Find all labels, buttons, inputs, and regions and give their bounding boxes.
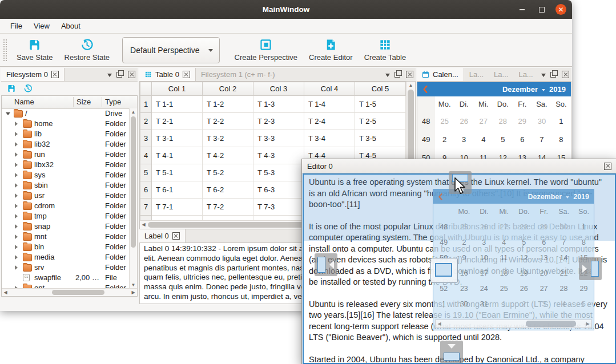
tree-row-usr[interactable]: usrFolder [2, 191, 129, 201]
maximize-button[interactable] [536, 4, 547, 15]
expander-collapsed-icon[interactable] [15, 193, 18, 198]
calendar-day[interactable]: 24 [474, 285, 494, 293]
tree-row-tmp[interactable]: tmpFolder [2, 211, 129, 221]
previous-month-icon[interactable] [422, 86, 428, 93]
calendar-day[interactable]: 29 [513, 117, 532, 126]
table-cell[interactable]: T 4-1 [152, 147, 203, 164]
calendar-day[interactable]: 10 [474, 254, 494, 262]
menu-file[interactable]: File [5, 20, 28, 32]
calendar-day[interactable]: 28 [493, 117, 513, 126]
panel-float-icon[interactable] [394, 72, 400, 78]
row-header[interactable]: 6 [140, 181, 152, 199]
year-select[interactable]: 2019 [549, 85, 566, 94]
tab-filesystem-0[interactable]: Filesystem 0 [1, 68, 65, 81]
expander-open-icon[interactable] [6, 112, 10, 115]
tab-label-0[interactable]: Label 0 [139, 229, 186, 242]
table-cell[interactable]: T 6-3 [253, 181, 304, 199]
table-cell[interactable]: T 1-1 [152, 96, 203, 113]
tree-row-run[interactable]: runFolder [2, 149, 129, 160]
panel-menu-icon[interactable] [541, 74, 546, 79]
tab-filesystem-1[interactable]: Filesystem 1 (c+ m- f-) [196, 68, 280, 81]
calendar-day[interactable]: 3 [534, 300, 554, 308]
table-cell[interactable]: T 3-5 [355, 130, 405, 147]
expander-collapsed-icon[interactable] [15, 204, 18, 208]
table-cell[interactable]: T 5-1 [152, 164, 203, 181]
panel-menu-icon[interactable] [385, 74, 390, 79]
expander-collapsed-icon[interactable] [15, 183, 18, 188]
expander-collapsed-icon[interactable] [15, 173, 18, 177]
tree-row-libx32[interactable]: libx32Folder [2, 160, 129, 170]
calendar-day[interactable]: 21 [554, 269, 574, 277]
table-cell[interactable]: T 1-5 [355, 96, 405, 113]
calendar-day[interactable]: 28 [514, 223, 534, 231]
tab-label-3[interactable]: La... [513, 68, 538, 81]
tree-row-media[interactable]: mediaFolder [2, 252, 129, 262]
save-icon[interactable] [7, 84, 16, 93]
menu-about[interactable]: About [55, 20, 86, 32]
table-cell[interactable]: T 7-1 [152, 199, 203, 216]
calendar-day[interactable]: 23 [454, 285, 474, 293]
expander-collapsed-icon[interactable] [15, 122, 18, 126]
calendar-day[interactable]: 26 [454, 117, 474, 126]
tree-row-cdrom[interactable]: cdromFolder [2, 201, 129, 211]
table-cell[interactable]: T 7-3 [253, 199, 304, 216]
perspective-select[interactable]: Default Perspective [122, 37, 219, 63]
calendar-day[interactable]: 25 [454, 223, 474, 231]
scroll-left-icon[interactable]: ◀ [2, 289, 9, 296]
editor-close-icon[interactable] [604, 163, 611, 170]
calendar-day[interactable]: 6 [534, 238, 554, 246]
table-cell[interactable]: T 3-4 [304, 130, 355, 147]
table-cell[interactable]: T 5-2 [203, 164, 253, 181]
panel-menu-icon[interactable] [107, 74, 112, 79]
menu-view[interactable]: View [28, 20, 55, 32]
calendar-day[interactable]: 5 [514, 238, 534, 246]
calendar-day[interactable]: 27 [534, 285, 554, 293]
calendar-day[interactable]: 17 [474, 269, 494, 277]
horizontal-scrollbar[interactable]: ◀ ▶ [2, 288, 137, 296]
toolbar-drag-handle[interactable] [3, 39, 7, 62]
panel-float-icon[interactable] [116, 72, 122, 78]
panel-close-icon[interactable] [406, 71, 413, 78]
tab-calendar[interactable]: Calen... [417, 68, 464, 81]
row-header[interactable]: 1 [140, 96, 152, 113]
table-cell[interactable]: T 8-3 [253, 216, 304, 221]
row-header[interactable]: 7 [140, 199, 152, 216]
table-cell[interactable]: T 4-2 [203, 147, 253, 164]
calendar-day[interactable]: 27 [474, 117, 493, 126]
calendar-day[interactable]: 11 [494, 254, 514, 262]
scroll-up-icon[interactable]: ▲ [406, 82, 415, 89]
calendar-day[interactable]: 3 [474, 238, 494, 246]
expander-collapsed-icon[interactable] [15, 265, 18, 270]
calendar-day[interactable]: 2 [435, 135, 454, 144]
calendar-day[interactable]: 27 [494, 223, 514, 231]
tree-row-root[interactable]: /Drive [2, 108, 129, 119]
calendar-day[interactable]: 30 [532, 117, 551, 126]
table-cell[interactable]: T 1-4 [304, 96, 355, 113]
calendar-day[interactable]: 2 [454, 238, 474, 246]
save-state-button[interactable]: Save State [11, 37, 59, 63]
calendar-day[interactable]: 30 [454, 300, 474, 308]
history-icon[interactable] [23, 84, 33, 93]
tree-row-home[interactable]: homeFolder [2, 119, 129, 129]
tab-close-icon[interactable] [172, 232, 180, 240]
row-header[interactable]: 5 [140, 164, 152, 181]
expander-collapsed-icon[interactable] [15, 245, 18, 249]
calendar-day[interactable]: 1 [494, 300, 514, 308]
scrollbar-thumb[interactable] [52, 290, 104, 295]
calendar-day[interactable]: 4 [494, 238, 514, 246]
column-header[interactable]: Col 4 [304, 82, 355, 96]
tab-close-icon[interactable] [183, 71, 190, 78]
row-header[interactable]: 4 [140, 147, 152, 164]
calendar-day[interactable]: 25 [435, 117, 454, 126]
calendar-day[interactable]: 2 [514, 300, 534, 308]
panel-close-icon[interactable] [562, 71, 569, 78]
column-name[interactable]: Name [14, 98, 34, 106]
calendar-day[interactable]: 4 [554, 300, 574, 308]
table-cell[interactable]: T 4-3 [253, 147, 304, 164]
table-cell[interactable]: T 8-1 [152, 216, 203, 221]
row-header[interactable]: 8 [140, 216, 152, 221]
tab-label-1[interactable]: La... [464, 68, 489, 81]
tab-close-icon[interactable] [51, 71, 59, 78]
table-cell[interactable]: T 7-2 [203, 199, 253, 216]
column-header[interactable]: Col 3 [253, 82, 304, 96]
